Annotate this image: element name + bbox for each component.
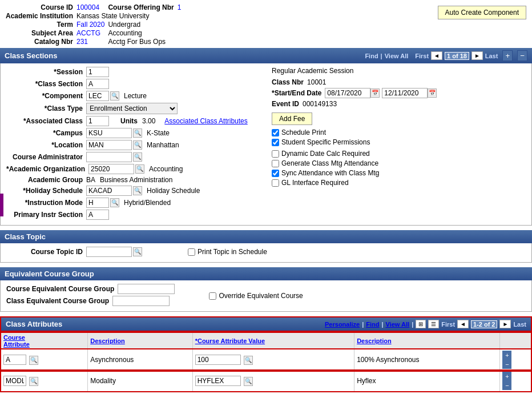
start-date-input[interactable]	[325, 88, 370, 98]
start-date-cal-icon[interactable]: 📅	[370, 89, 380, 98]
campus-search-icon[interactable]: 🔍	[133, 128, 142, 138]
ca-col-attr-link[interactable]: CourseAttribute	[3, 334, 30, 348]
ca-val-desc-0: 100% Asynchronous	[354, 349, 500, 371]
ca-find-link[interactable]: Find	[366, 321, 379, 328]
instruction-mode-search-icon[interactable]: 🔍	[110, 198, 119, 207]
event-id-value: 000149133	[303, 100, 337, 108]
remove-section-button[interactable]: −	[517, 50, 527, 61]
campus-input[interactable]	[86, 128, 132, 138]
end-date-cal-icon[interactable]: 📅	[428, 89, 437, 98]
ca-remove-row-button-1[interactable]: −	[502, 381, 511, 390]
ca-next-button[interactable]: ►	[499, 320, 511, 328]
next-page-button[interactable]: ►	[471, 51, 483, 60]
ca-add-row-button-0[interactable]: +	[502, 351, 511, 360]
add-section-button[interactable]: +	[502, 50, 513, 61]
student-specific-label: Student Specific Permissions	[281, 138, 370, 146]
ca-attr-val-search-icon-1[interactable]: 🔍	[244, 377, 253, 386]
ca-table-icon[interactable]: ☰	[428, 320, 439, 328]
ca-view-all-link[interactable]: View All	[386, 321, 410, 328]
course-id-label: Course ID	[6, 3, 73, 11]
ca-attr-input-0[interactable]	[3, 355, 26, 365]
ca-attr-search-icon-0[interactable]: 🔍	[29, 356, 38, 365]
course-topic-id-input[interactable]	[86, 247, 132, 257]
sync-attendance-label: Sync Attendance with Class Mtg	[281, 169, 379, 177]
assoc-class-attr-link[interactable]: Associated Class Attributes	[164, 117, 247, 125]
class-topic-title: Class Topic	[5, 232, 46, 241]
course-equiv-input[interactable]	[118, 284, 175, 294]
override-checkbox[interactable]	[209, 292, 216, 300]
student-specific-checkbox[interactable]	[272, 139, 279, 146]
ca-add-row-button-1[interactable]: +	[502, 372, 511, 381]
subject-area-value: ACCTG	[76, 29, 104, 37]
session-input[interactable]	[86, 67, 109, 77]
auto-create-button[interactable]: Auto Create Component	[438, 6, 526, 19]
units-label: Units	[120, 117, 138, 125]
ca-remove-row-button-0[interactable]: −	[502, 360, 511, 369]
dynamic-date-checkbox[interactable]	[272, 150, 279, 158]
schedule-print-checkbox[interactable]	[272, 129, 279, 136]
personalize-link[interactable]: Personalize	[325, 321, 360, 328]
end-date-input[interactable]	[382, 88, 428, 98]
generate-class-label: Generate Class Mtg Attendance	[281, 159, 378, 167]
course-id-value: 100004	[76, 3, 104, 11]
catalog-nbr-value: 231	[76, 38, 104, 46]
assoc-class-input[interactable]	[86, 116, 109, 126]
academic-org-input[interactable]	[88, 164, 134, 174]
ca-col-val-desc-link[interactable]: Description	[357, 337, 392, 344]
term-value: Fall 2020	[76, 21, 104, 29]
course-admin-search-icon[interactable]: 🔍	[133, 152, 142, 162]
ca-prev-button[interactable]: ◄	[457, 320, 469, 328]
class-section-input[interactable]	[86, 79, 109, 89]
component-label: *Component	[6, 92, 86, 100]
ca-col-attr-val-link[interactable]: *Course Attribute Value	[195, 337, 265, 344]
ca-attr-val-input-1[interactable]	[195, 376, 241, 386]
class-attributes-header: Class Attributes Personalize | Find | Vi…	[0, 316, 532, 332]
holiday-schedule-search-icon[interactable]: 🔍	[133, 186, 142, 195]
session-label: *Session	[6, 68, 86, 76]
equiv-course-group-header: Equivalent Course Group	[0, 267, 532, 280]
print-topic-row: Print Topic in Schedule	[188, 248, 267, 256]
ca-attr-val-search-icon-0[interactable]: 🔍	[244, 356, 253, 365]
prev-page-button[interactable]: ◄	[431, 51, 442, 60]
ca-col-actions	[500, 332, 531, 349]
ca-attr-input-1[interactable]	[3, 376, 26, 386]
ca-col-desc-link[interactable]: Description	[90, 337, 125, 344]
print-topic-checkbox[interactable]	[188, 248, 195, 256]
sync-attendance-checkbox[interactable]	[272, 170, 279, 177]
campus-row: *Campus 🔍 K-State	[6, 128, 260, 138]
course-admin-input[interactable]	[86, 152, 132, 162]
class-equiv-label: Class Equivalent Course Group	[6, 297, 112, 305]
instruction-mode-input[interactable]	[86, 198, 109, 208]
find-link[interactable]: Find	[365, 53, 378, 59]
class-attributes-title: Class Attributes	[6, 320, 62, 328]
class-nbr-label: Class Nbr	[272, 78, 304, 86]
class-equiv-input[interactable]	[112, 296, 170, 306]
ca-grid-icon[interactable]: ⊞	[416, 320, 426, 328]
class-equiv-row: Class Equivalent Course Group	[6, 296, 175, 306]
location-search-icon[interactable]: 🔍	[133, 140, 142, 150]
class-section-row: *Class Section	[6, 79, 260, 89]
ca-attr-val-input-0[interactable]	[195, 355, 241, 365]
academic-org-search-icon[interactable]: 🔍	[135, 164, 144, 174]
page-indicator: 1 of 18	[445, 52, 469, 60]
holiday-schedule-label: *Holiday Schedule	[6, 187, 86, 195]
location-input[interactable]	[86, 140, 132, 150]
class-attr-row: 🔍 Modality 🔍 Hyflex + −	[1, 371, 531, 392]
view-all-link[interactable]: View All	[385, 53, 409, 59]
course-topic-search-icon[interactable]: 🔍	[133, 247, 142, 256]
component-search-icon[interactable]: 🔍	[110, 91, 119, 101]
subject-area-desc: Accounting	[108, 29, 174, 37]
primary-instr-input[interactable]	[86, 210, 109, 220]
holiday-schedule-input[interactable]	[86, 186, 132, 196]
generate-class-checkbox[interactable]	[272, 160, 279, 167]
add-fee-row: Add Fee	[272, 112, 526, 125]
add-fee-button[interactable]: Add Fee	[272, 112, 312, 125]
assoc-class-label: *Associated Class	[6, 117, 86, 125]
gl-interface-checkbox[interactable]	[272, 179, 279, 187]
location-label: *Location	[6, 141, 86, 149]
ca-attr-search-icon-1[interactable]: 🔍	[29, 377, 38, 386]
class-type-select[interactable]: Enrollment Section Non-Enrollment Sectio…	[86, 103, 178, 114]
academic-org-label: *Academic Organization	[6, 165, 88, 173]
component-input[interactable]	[86, 91, 109, 101]
class-sections-header: Class Sections Find | View All First ◄ 1…	[0, 48, 532, 63]
